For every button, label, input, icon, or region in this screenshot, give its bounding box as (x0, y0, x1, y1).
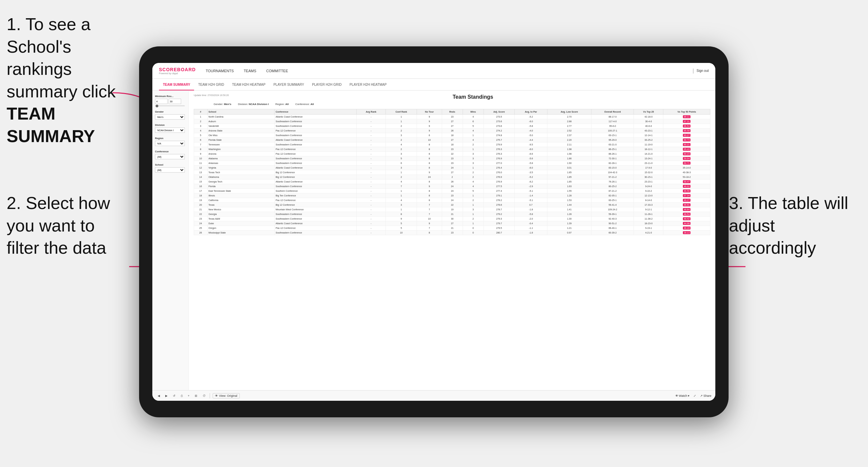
tab-team-h2h-heatmap[interactable]: TEAM H2H HEATMAP (228, 79, 270, 90)
cell-avg-low: 1.85 (547, 180, 591, 184)
cell-wins: 2 (463, 217, 484, 221)
cell-school: Arizona State (207, 128, 275, 133)
toolbar-forward[interactable]: ▶ (164, 394, 169, 398)
cell-no-tour: 8 (417, 161, 442, 165)
table-row: 15 Georgia Tech Atlantic Coast Conferenc… (194, 180, 710, 184)
cell-overall: 97-21-2 (591, 175, 634, 180)
col-adj-score: Adj. Score (484, 109, 515, 115)
cell-avg-low: 1.44 (547, 203, 591, 207)
cell-vs-top50: 53-18-2 (663, 175, 710, 180)
toolbar-reload[interactable]: ↺ (172, 394, 177, 398)
highlight-cell: 46.56 (683, 189, 691, 192)
cell-rank: 24 (194, 221, 208, 226)
nav-link-committee[interactable]: COMMITTEE (266, 68, 288, 74)
sign-out-link[interactable]: Sign out (696, 69, 709, 72)
cell-no-tour: 10 (417, 138, 442, 143)
cell-avg-low: 1.30 (547, 217, 591, 221)
cell-vs-top25: 17-33-3 (634, 203, 663, 207)
cell-wins: 0 (463, 226, 484, 230)
cell-rank: 2 (194, 119, 208, 124)
logo-text: SCOREBOARD (159, 67, 196, 72)
toolbar-back[interactable]: ◀ (156, 394, 161, 398)
tab-player-summary[interactable]: PLAYER SUMMARY (270, 79, 308, 90)
table-row: 25 Oregon Pac-12 Conference - 5 7 21 0 2… (194, 226, 710, 230)
cell-rank: 11 (194, 161, 208, 165)
cell-avg-low: 1.53 (547, 198, 591, 203)
cell-avg-to-par: -6.2 (515, 180, 547, 184)
cell-wins: 3 (463, 152, 484, 156)
cell-rnds: 24 (442, 189, 463, 193)
cell-overall: 95-6-0 (591, 124, 634, 128)
share-button[interactable]: ↗ Share (700, 394, 711, 398)
cell-avg-rank: - (356, 175, 385, 180)
cell-conference: Southeastern Conference (275, 230, 357, 235)
cell-vs-top50: 50.04 (663, 156, 710, 161)
view-original-button[interactable]: 👁 View: Original (213, 393, 240, 399)
cell-avg-low: 2.88 (547, 119, 591, 124)
conference-select[interactable]: (All) SEC ACC (155, 154, 185, 159)
toolbar-resize[interactable]: ⤢ (692, 394, 698, 398)
school-label: School (155, 163, 186, 166)
cell-conference: Pac-12 Conference (275, 198, 357, 203)
cell-conference: Big Ten Conference (275, 193, 357, 198)
tab-team-summary[interactable]: TEAM SUMMARY (159, 79, 194, 90)
tab-player-h2h-grid[interactable]: PLAYER H2H GRID (308, 79, 345, 90)
table-row: 8 Washington Pac-12 Conference - 2 8 23 … (194, 147, 710, 152)
cell-avg-rank: - (356, 124, 385, 128)
cell-school: Duke (207, 221, 275, 226)
cell-avg-low: 1.55 (547, 189, 591, 193)
cell-avg-to-par: -5.6 (515, 156, 547, 161)
cell-adj-score: 279.2 (484, 212, 515, 217)
cell-school: Auburn (207, 119, 275, 124)
min-rounds-slider[interactable] (155, 105, 185, 106)
table-row: 1 North Carolina Atlantic Coast Conferen… (194, 115, 710, 119)
region-select[interactable]: N/A East West (155, 141, 185, 146)
toolbar-clock[interactable]: ⏱ (202, 394, 207, 398)
cell-avg-low: 1.85 (547, 170, 591, 175)
table-row: 6 Florida State Atlantic Coast Conferenc… (194, 138, 710, 143)
cell-conference: Big 12 Conference (275, 175, 357, 180)
cell-school: Florida State (207, 138, 275, 143)
cell-conference: Atlantic Coast Conference (275, 180, 357, 184)
toolbar-grid[interactable]: ⊞ (193, 394, 199, 398)
table-row: 21 New Mexico Mountain West Conference -… (194, 207, 710, 212)
share-icon: ↗ (700, 394, 703, 398)
cell-avg-rank: - (356, 203, 385, 207)
min-rounds-label: Minimum Rou... (155, 95, 186, 98)
cell-vs-top25: 15-32-0 (634, 170, 663, 175)
division-select[interactable]: NCAA Division I NCAA Division II NCAA Di… (155, 127, 185, 133)
cell-vs-top25: 11-28-1 (634, 212, 663, 217)
cell-conf-rank: 3 (385, 133, 417, 138)
nav-link-tournaments[interactable]: TOURNAMENTS (206, 68, 234, 74)
tab-team-h2h-grid[interactable]: TEAM H2H GRID (194, 79, 228, 90)
cell-vs-top50: 80.73 (663, 138, 710, 143)
cell-adj-score: 276.0 (484, 170, 515, 175)
cell-overall: 59-39-1 (591, 212, 634, 217)
standings-table: # School Conference Avg Rank Conf Rank N… (194, 109, 710, 235)
cell-conference: Southeastern Conference (275, 156, 357, 161)
nav-link-teams[interactable]: TEAMS (244, 68, 256, 74)
cell-no-tour: 8 (417, 147, 442, 152)
cell-avg-to-par: -3.5 (515, 170, 547, 175)
cell-overall: 90-51-2 (591, 221, 634, 226)
min-rounds-max-input[interactable] (168, 99, 181, 104)
cell-avg-low: 2.70 (547, 115, 591, 119)
cell-avg-low: 1.63 (547, 184, 591, 189)
watch-button[interactable]: 👁 Watch ▾ (675, 394, 689, 398)
tab-player-h2h-heatmap[interactable]: PLAYER H2H HEATMAP (345, 79, 391, 90)
table-row: 26 Mississippi State Southeastern Confer… (194, 230, 710, 235)
toolbar-share-icon[interactable]: ⎙ (180, 394, 184, 398)
cell-conf-rank: 3 (385, 165, 417, 170)
cell-adj-score: 275.7 (484, 138, 515, 143)
toolbar-add[interactable]: + (186, 394, 191, 398)
min-rounds-min-input[interactable] (155, 99, 167, 104)
school-select[interactable]: (All) (155, 167, 185, 173)
cell-avg-to-par: -5.8 (515, 212, 547, 217)
cell-avg-rank: - (356, 165, 385, 170)
highlight-cell: 80.73 (683, 138, 691, 142)
cell-conf-rank: 2 (385, 124, 417, 128)
conference-pill: Conference: All (296, 103, 314, 106)
gender-select[interactable]: Men's Women's (155, 114, 185, 120)
cell-wins: 4 (463, 128, 484, 133)
cell-wins: 5 (463, 124, 484, 128)
